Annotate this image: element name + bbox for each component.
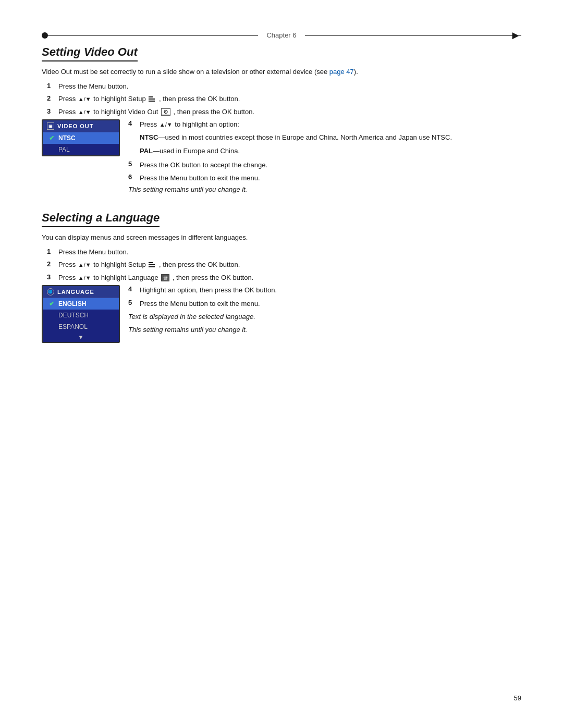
camera-menu-videoout: ▣ VIDEO OUT ✔ NTSC PAL: [42, 119, 120, 156]
video-out-right-steps: 4 Press ▲/▼ to highlight an option: NTSC…: [128, 119, 521, 199]
svg-text:글: 글: [163, 275, 168, 280]
section-language: Selecting a Language You can display men…: [42, 211, 521, 343]
video-out-steps: 1 Press the Menu button. 2 Press ▲/▼ to …: [47, 81, 521, 117]
step-number-5: 5: [128, 160, 140, 168]
lang-setup-list-icon-2: [149, 262, 156, 268]
lang-step-text-3: Press ▲/▼ to highlight Language 글 , then…: [58, 273, 521, 283]
step-number-2: 2: [47, 94, 58, 102]
lang-menu-more-arrow: ▼: [43, 332, 119, 342]
video-out-intro: Video Out must be set correctly to run a…: [42, 67, 521, 77]
step-number-6: 6: [128, 173, 140, 181]
camera-menu-header: ▣ VIDEO OUT: [43, 120, 119, 132]
video-out-inline-icon: [161, 108, 170, 116]
step-number-4: 4: [128, 119, 140, 127]
svg-rect-8: [149, 266, 155, 267]
page: Chapter 6 ► Setting Video Out Video Out …: [0, 0, 563, 728]
ntsc-description: NTSC—used in most countries except those…: [140, 132, 521, 143]
language-two-col: 🌐 LANGUAGE ✔ ENGLISH DEUTSCH ESPANOL: [42, 285, 521, 343]
step-text-1: Press the Menu button.: [58, 81, 521, 92]
lang-updown-icon-3: ▲/▼: [78, 275, 91, 281]
lang-step-3: 3 Press ▲/▼ to highlight Language 글 , th…: [47, 273, 521, 283]
lang-step-4: 4 Highlight an option, then press the OK…: [128, 285, 521, 295]
lang-step-number-2: 2: [47, 260, 58, 268]
step-text-4: Press ▲/▼ to highlight an option:: [140, 119, 239, 130]
lang-step-number-3: 3: [47, 273, 58, 281]
language-steps: 1 Press the Menu button. 2 Press ▲/▼ to …: [47, 247, 521, 283]
lang-step-text-2: Press ▲/▼ to highlight Setup , then pres…: [58, 260, 521, 270]
step-6: 6 Press the Menu button to exit the menu…: [128, 173, 521, 183]
check-ntsc: ✔: [49, 134, 56, 142]
svg-point-5: [165, 112, 166, 113]
lang-step-text-4: Highlight an option, then press the OK b…: [140, 285, 277, 295]
video-out-italic-note: This setting remains until you change it…: [128, 186, 521, 193]
video-out-two-col: ▣ VIDEO OUT ✔ NTSC PAL 4: [42, 119, 521, 199]
step-text-6: Press the Menu button to exit the menu.: [140, 173, 260, 183]
language-right-steps: 4 Highlight an option, then press the OK…: [128, 285, 521, 339]
lang-step-1: 1 Press the Menu button.: [47, 247, 521, 257]
svg-rect-0: [149, 96, 153, 97]
language-italic-note1: Text is displayed in the selected langua…: [128, 313, 521, 320]
pal-term: PAL: [140, 147, 153, 155]
updown-icon-4: ▲/▼: [160, 122, 173, 128]
step-3: 3 Press ▲/▼ to highlight Video Out , the…: [47, 107, 521, 117]
lang-globe-header-icon: 🌐: [47, 288, 54, 295]
lang-menu-header: 🌐 LANGUAGE: [43, 286, 119, 298]
lang-step-text-5: Press the Menu button to exit the menu.: [140, 299, 260, 309]
lang-step-5: 5 Press the Menu button to exit the menu…: [128, 299, 521, 309]
lang-step-number-4: 4: [128, 285, 140, 293]
step-4: 4 Press ▲/▼ to highlight an option:: [128, 119, 521, 130]
lang-step-2: 2 Press ▲/▼ to highlight Setup , then pr…: [47, 260, 521, 270]
lang-globe-icon: 글: [161, 274, 169, 281]
svg-rect-6: [149, 262, 153, 263]
page47-link[interactable]: page 47: [329, 68, 354, 76]
svg-rect-1: [149, 98, 155, 100]
step-text-5: Press the OK button to accept the change…: [140, 160, 267, 170]
menu-item-ntsc: ✔ NTSC: [43, 132, 119, 144]
ntsc-term: NTSC: [140, 133, 158, 141]
step-text-2: Press ▲/▼ to highlight Setup , then pres…: [58, 94, 521, 104]
chapter-arrow: ►: [510, 29, 521, 42]
lang-step-number-5: 5: [128, 299, 140, 306]
updown-icon-2: ▲/▼: [78, 96, 91, 102]
check-english: ✔: [49, 300, 56, 307]
step-number-1: 1: [47, 82, 58, 90]
menu-header-icon: ▣: [47, 122, 54, 130]
lang-updown-icon-2: ▲/▼: [78, 262, 91, 268]
chapter-header: Chapter 6 ►: [42, 31, 521, 39]
lang-menu-item-espanol: ESPANOL: [43, 321, 119, 332]
chapter-label: Chapter 6: [258, 31, 304, 39]
step-number-3: 3: [47, 107, 58, 115]
language-intro: You can display menus and screen message…: [42, 232, 521, 243]
step-5: 5 Press the OK button to accept the chan…: [128, 160, 521, 170]
step-text-3: Press ▲/▼ to highlight Video Out , then …: [58, 107, 521, 117]
step-1: 1 Press the Menu button.: [47, 81, 521, 92]
pal-description: PAL—used in Europe and China.: [140, 146, 521, 157]
language-italic-note2: This setting remains until you change it…: [128, 326, 521, 334]
svg-rect-7: [149, 264, 155, 265]
lang-step-text-1: Press the Menu button.: [58, 247, 521, 257]
step-2: 2 Press ▲/▼ to highlight Setup , then pr…: [47, 94, 521, 104]
svg-rect-2: [149, 101, 155, 102]
page-number: 59: [514, 694, 521, 702]
section-language-title: Selecting a Language: [42, 211, 160, 227]
lang-menu-item-deutsch: DEUTSCH: [43, 310, 119, 321]
lang-menu-item-english: ✔ ENGLISH: [43, 298, 119, 310]
section-video-out-title: Setting Video Out: [42, 45, 138, 61]
section-video-out: Setting Video Out Video Out must be set …: [42, 45, 521, 199]
video-out-menu-image: ▣ VIDEO OUT ✔ NTSC PAL: [42, 119, 120, 156]
language-menu-image: 🌐 LANGUAGE ✔ ENGLISH DEUTSCH ESPANOL: [42, 285, 120, 343]
setup-list-icon-2: [149, 96, 156, 103]
chapter-dot: [42, 32, 48, 39]
menu-item-pal: PAL: [43, 144, 119, 155]
updown-icon-3: ▲/▼: [78, 109, 91, 115]
camera-menu-language: 🌐 LANGUAGE ✔ ENGLISH DEUTSCH ESPANOL: [42, 285, 120, 343]
lang-step-number-1: 1: [47, 248, 58, 255]
